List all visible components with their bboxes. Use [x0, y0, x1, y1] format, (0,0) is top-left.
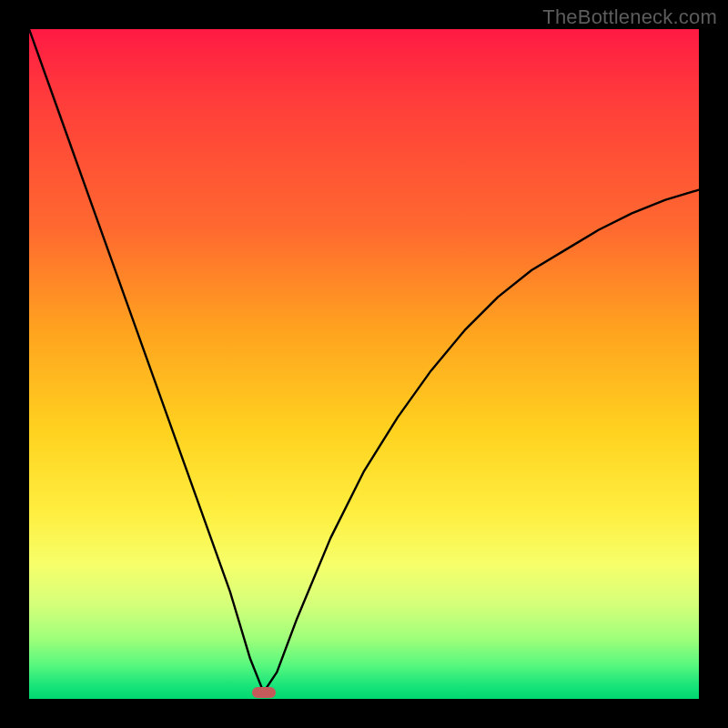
- curve-layer: [29, 29, 699, 699]
- bottleneck-curve: [29, 29, 699, 693]
- watermark-text: TheBottleneck.com: [542, 5, 717, 29]
- outer-frame: TheBottleneck.com: [0, 0, 728, 728]
- plot-area: [29, 29, 699, 699]
- optimum-marker: [252, 687, 276, 698]
